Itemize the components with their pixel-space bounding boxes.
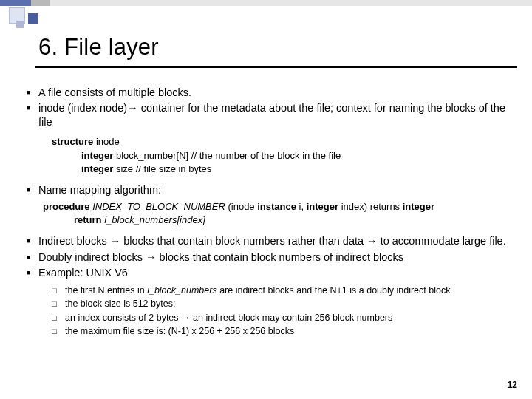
text-frag: index) returns bbox=[338, 201, 403, 212]
slide-title: 6. File layer bbox=[38, 34, 159, 61]
keyword: integer bbox=[307, 201, 338, 212]
deco-square-dark bbox=[28, 13, 38, 24]
bullet-hollow-square-icon: □ bbox=[52, 298, 65, 310]
bullet-square-icon: ■ bbox=[27, 250, 38, 265]
sub-bullet-text: the block size is 512 bytes; bbox=[65, 298, 514, 310]
arrow-icon: → bbox=[127, 102, 138, 114]
sub-bullet-text: the first N entries in i_block_numbers a… bbox=[65, 284, 514, 297]
bullet-square-icon: ■ bbox=[27, 101, 38, 129]
keyword: return bbox=[74, 214, 102, 225]
text-frag: i_block_numbers bbox=[147, 285, 217, 296]
code-line: integer size // file size in bytes bbox=[52, 163, 514, 176]
bullet-hollow-square-icon: □ bbox=[52, 312, 65, 324]
sub-bullet-item: □ the block size is 512 bytes; bbox=[52, 298, 514, 310]
bullet-square-icon: ■ bbox=[27, 234, 38, 248]
bullet-square-icon: ■ bbox=[27, 266, 38, 280]
keyword: integer bbox=[81, 163, 113, 174]
bullet-text: Indirect blocks → blocks that contain bl… bbox=[38, 234, 514, 248]
text-frag: i_block_numbers[index] bbox=[102, 214, 205, 225]
bullet-item: ■ inode (index node)→ container for the … bbox=[27, 101, 514, 129]
keyword: structure bbox=[52, 136, 93, 147]
text-frag: (inode bbox=[228, 201, 257, 212]
sub-bullet-item: □ the first N entries in i_block_numbers… bbox=[52, 284, 514, 297]
bullet-hollow-square-icon: □ bbox=[52, 325, 65, 338]
bullet-text: Doubly indirect blocks → blocks that con… bbox=[38, 250, 514, 265]
text-frag: an indirect block may contain 256 block … bbox=[191, 313, 393, 323]
arrow-icon: → bbox=[366, 235, 378, 247]
bullet-text: Example: UNIX V6 bbox=[38, 266, 514, 280]
accent-seg-light bbox=[50, 0, 532, 6]
code-line: procedure INDEX_TO_BLOCK_NUMBER (inode i… bbox=[43, 200, 514, 214]
accent-seg-grey bbox=[31, 0, 50, 6]
keyword: instance bbox=[257, 201, 296, 212]
text-frag: inode (index node) bbox=[38, 102, 127, 114]
sub-bullet-item: □ an index consists of 2 bytes → an indi… bbox=[52, 312, 514, 324]
code-line: structure inode bbox=[52, 135, 514, 149]
sub-bullet-text: an index consists of 2 bytes → an indire… bbox=[65, 312, 514, 324]
keyword: integer bbox=[403, 201, 434, 212]
sub-bullet-list: □ the first N entries in i_block_numbers… bbox=[52, 284, 514, 338]
accent-seg-blue bbox=[0, 0, 31, 6]
sub-bullet-text: the maximum file size is: (N-1) x 256 + … bbox=[65, 325, 514, 338]
comment: // the number of the block in the file bbox=[191, 150, 341, 161]
text-frag: are indirect blocks and the N+1 is a dou… bbox=[217, 285, 451, 296]
text-frag: blocks that contain block numbers of ind… bbox=[157, 251, 403, 263]
text-frag: i, bbox=[296, 201, 307, 212]
bullet-item: ■ Name mapping algorithm: bbox=[27, 183, 514, 197]
text-frag: to accommodate large file. bbox=[378, 235, 506, 247]
text-frag: size bbox=[113, 163, 135, 174]
proc-name: INDEX_TO_BLOCK_NUMBER bbox=[90, 201, 228, 212]
bullet-item: ■ A file consists of multiple blocks. bbox=[27, 86, 514, 100]
text-frag: Doubly indirect blocks bbox=[38, 251, 146, 263]
text-frag: block_number[N] bbox=[113, 150, 191, 161]
slide-body: ■ A file consists of multiple blocks. ■ … bbox=[27, 86, 514, 339]
page-number: 12 bbox=[508, 380, 517, 390]
keyword: procedure bbox=[43, 201, 90, 212]
bullet-text: A file consists of multiple blocks. bbox=[38, 86, 514, 100]
title-underline bbox=[35, 66, 517, 68]
bullet-square-icon: ■ bbox=[27, 86, 38, 100]
code-block-structure: structure inode integer block_number[N] … bbox=[52, 135, 514, 176]
text-frag: an index consists of 2 bytes bbox=[65, 313, 181, 323]
text-frag: blocks that contain block numbers rather… bbox=[120, 235, 366, 247]
code-block-procedure: procedure INDEX_TO_BLOCK_NUMBER (inode i… bbox=[43, 200, 514, 227]
sub-bullet-item: □ the maximum file size is: (N-1) x 256 … bbox=[52, 325, 514, 338]
comment: // file size in bytes bbox=[136, 163, 212, 174]
bullet-text: inode (index node)→ container for the me… bbox=[38, 101, 514, 129]
bullet-hollow-square-icon: □ bbox=[52, 284, 65, 297]
slide: 6. File layer ■ A file consists of multi… bbox=[0, 0, 532, 399]
keyword: integer bbox=[81, 150, 113, 161]
arrow-icon: → bbox=[146, 251, 157, 263]
bullet-square-icon: ■ bbox=[27, 183, 38, 197]
text-frag: inode bbox=[93, 136, 119, 147]
bullet-item: ■ Doubly indirect blocks → blocks that c… bbox=[27, 250, 514, 265]
text-frag: the first N entries in bbox=[65, 285, 147, 296]
code-line: integer block_number[N] // the number of… bbox=[52, 149, 514, 163]
deco-square-mid bbox=[16, 21, 24, 28]
arrow-icon: → bbox=[110, 235, 121, 247]
arrow-icon: → bbox=[181, 313, 191, 323]
text-frag: Indirect blocks bbox=[38, 235, 110, 247]
bullet-text: Name mapping algorithm: bbox=[38, 183, 514, 197]
corner-decoration-icon bbox=[0, 6, 53, 33]
bullet-item: ■ Indirect blocks → blocks that contain … bbox=[27, 234, 514, 248]
code-line: return i_block_numbers[index] bbox=[43, 214, 514, 227]
top-accent-bar bbox=[0, 0, 532, 6]
bullet-item: ■ Example: UNIX V6 bbox=[27, 266, 514, 280]
